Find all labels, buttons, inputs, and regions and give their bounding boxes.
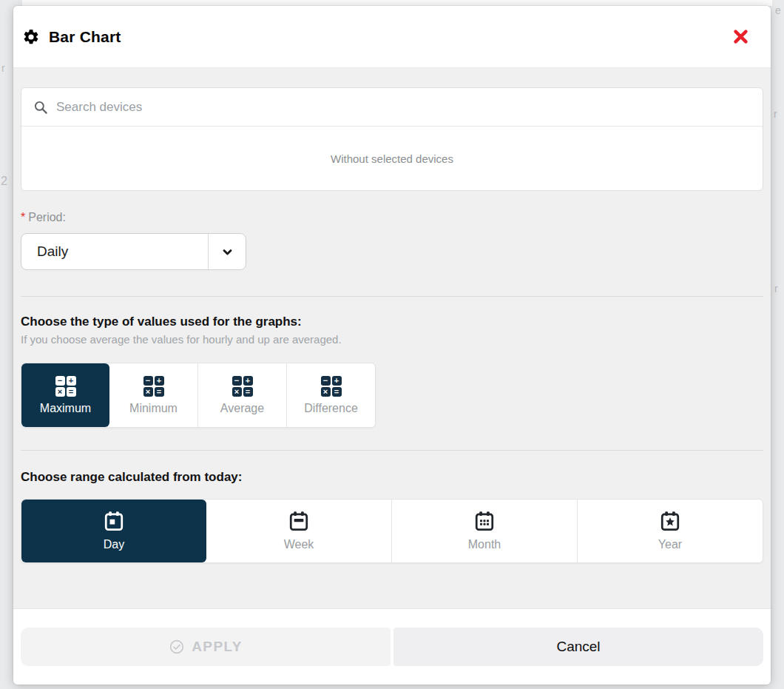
check-circle-icon <box>169 639 185 655</box>
calculator-icon: − + × = <box>321 376 342 397</box>
option-label: Week <box>284 538 314 551</box>
range-option-year[interactable]: Year <box>577 500 763 562</box>
search-icon <box>33 100 48 115</box>
empty-devices-message: Without selected devices <box>21 127 763 190</box>
option-label: Average <box>220 402 264 415</box>
calculator-icon: − + × = <box>55 376 76 397</box>
modal-footer: APPLY Cancel <box>13 608 771 685</box>
close-button[interactable] <box>729 26 751 48</box>
option-label: Maximum <box>40 402 91 415</box>
chevron-down-icon <box>208 234 246 269</box>
cancel-label: Cancel <box>556 639 600 655</box>
backdrop-text-fragment: r <box>1 62 5 74</box>
backdrop-text-fragment: 2 <box>1 175 7 188</box>
calculator-icon: − + × = <box>232 376 253 397</box>
apply-button[interactable]: APPLY <box>21 628 391 666</box>
option-label: Year <box>658 538 682 551</box>
section-divider <box>21 296 763 297</box>
range-heading: Choose range calculated from today: <box>21 470 763 485</box>
modal-header: Bar Chart <box>13 6 771 68</box>
search-input[interactable] <box>56 100 751 115</box>
calendar-day-icon <box>103 511 125 533</box>
range-option-month[interactable]: Month <box>391 500 577 562</box>
option-label: Day <box>104 538 124 551</box>
calculator-icon: − + × = <box>143 376 164 397</box>
close-icon <box>733 29 748 44</box>
bar-chart-settings-modal: Bar Chart Without selected devices *Peri… <box>13 6 771 685</box>
option-label: Difference <box>304 402 358 415</box>
value-type-group: − + × = Maximum − + × = Minimum − <box>21 363 376 428</box>
option-label: Minimum <box>129 402 178 415</box>
value-type-heading: Choose the type of values used for the g… <box>21 315 763 329</box>
backdrop-text-fragment: r <box>774 108 777 120</box>
modal-title: Bar Chart <box>49 28 121 46</box>
value-type-option-minimum[interactable]: − + × = Minimum <box>109 363 197 427</box>
section-divider <box>21 450 763 451</box>
required-marker: * <box>21 211 25 223</box>
value-type-option-maximum[interactable]: − + × = Maximum <box>21 363 109 427</box>
period-selected-value: Daily <box>21 234 208 269</box>
modal-body: Without selected devices *Period: Daily … <box>13 68 771 608</box>
backdrop-text-fragment: r <box>774 283 778 295</box>
device-picker-panel: Without selected devices <box>21 87 763 191</box>
apply-label: APPLY <box>192 639 243 655</box>
range-option-day[interactable]: Day <box>21 500 206 562</box>
gear-icon <box>22 28 40 46</box>
value-type-option-average[interactable]: − + × = Average <box>197 363 286 427</box>
period-label: *Period: <box>21 211 763 224</box>
backdrop-top-strip <box>22 0 772 6</box>
range-group: Day Week <box>21 499 763 563</box>
range-option-week[interactable]: Week <box>206 500 391 562</box>
device-search-row <box>21 88 763 127</box>
cancel-button[interactable]: Cancel <box>393 628 763 666</box>
calendar-year-icon <box>659 511 681 533</box>
option-label: Month <box>468 538 501 551</box>
calendar-week-icon <box>288 511 310 533</box>
backdrop-text-fragment: e <box>775 4 781 16</box>
calendar-month-icon <box>473 511 496 533</box>
value-type-option-difference[interactable]: − + × = Difference <box>286 363 375 427</box>
period-select[interactable]: Daily <box>21 233 246 270</box>
value-type-subheading: If you choose average the values for hou… <box>21 333 763 346</box>
